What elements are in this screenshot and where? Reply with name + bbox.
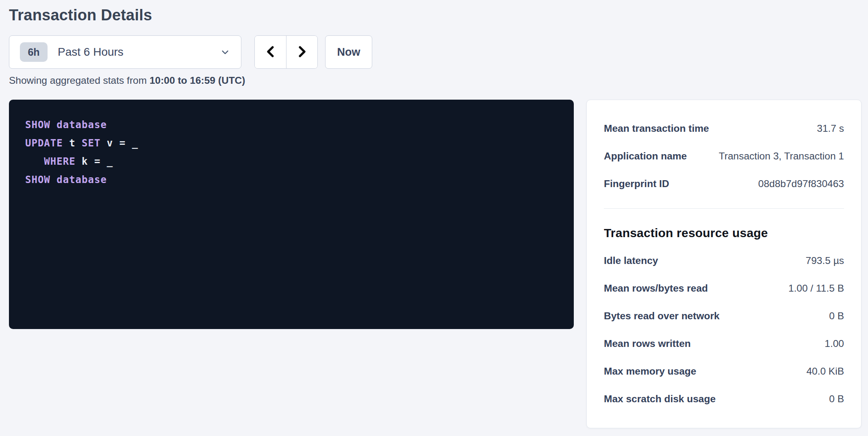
stat-label: Fingerprint ID (604, 178, 676, 190)
sql-line: UPDATE t SET v = _ (25, 134, 558, 153)
stat-row: Mean rows written1.00 (604, 330, 844, 358)
stat-row: Application nameTransaction 3, Transacti… (604, 142, 844, 170)
transaction-details-card: Mean transaction time31.7 sApplication n… (586, 100, 861, 428)
stat-row: Idle latency793.5 µs (604, 247, 844, 275)
resource-usage-section: Idle latency793.5 µsMean rows/bytes read… (604, 247, 844, 413)
sql-token-keyword: WHERE (44, 156, 75, 167)
time-range-badge: 6h (20, 42, 48, 62)
resource-usage-heading: Transaction resource usage (604, 219, 844, 247)
stat-label: Mean rows written (604, 338, 697, 349)
sql-token-keyword: UPDATE (25, 137, 63, 149)
sql-statement-box: SHOW databaseUPDATE t SET v = _ WHERE k … (9, 100, 574, 329)
stat-label: Bytes read over network (604, 310, 726, 322)
stat-row: Max memory usage40.0 KiB (604, 358, 844, 385)
page-title: Transaction Details (9, 5, 152, 25)
chevron-left-icon (265, 45, 277, 60)
stat-label: Idle latency (604, 255, 664, 266)
stat-value: 1.00 / 11.5 B (788, 283, 844, 294)
sql-token-plain (25, 156, 44, 167)
stat-row: Max scratch disk usage0 B (604, 385, 844, 413)
sql-token-keyword: SET (82, 137, 100, 149)
sql-statement: SHOW databaseUPDATE t SET v = _ WHERE k … (25, 116, 558, 189)
stat-label: Mean rows/bytes read (604, 283, 714, 294)
sql-line: SHOW database (25, 171, 558, 189)
time-range-label: Past 6 Hours (58, 46, 124, 59)
stat-value: 0 B (829, 310, 844, 322)
stat-row: Mean transaction time31.7 s (604, 115, 844, 142)
chevron-right-icon (296, 45, 308, 60)
stat-value: 793.5 µs (806, 255, 844, 266)
time-range-dropdown[interactable]: 6h Past 6 Hours (9, 35, 241, 69)
stat-value: 0 B (829, 393, 844, 405)
aggregated-stats-caption: Showing aggregated stats from 10:00 to 1… (9, 74, 245, 87)
summary-stats-section: Mean transaction time31.7 sApplication n… (604, 115, 844, 198)
stat-label: Max memory usage (604, 366, 703, 377)
now-button[interactable]: Now (325, 35, 372, 69)
chevron-down-icon (220, 47, 230, 57)
stat-value: Transaction 3, Transaction 1 (719, 150, 844, 162)
stat-label: Mean transaction time (604, 123, 716, 134)
stat-value: 08d8b7d97f830463 (758, 178, 844, 190)
sql-line: SHOW database (25, 116, 558, 134)
time-toolbar: 6h Past 6 Hours (9, 35, 372, 69)
stat-row: Fingerprint ID08d8b7d97f830463 (604, 170, 844, 198)
stat-value: 40.0 KiB (806, 366, 844, 377)
stat-value: 31.7 s (817, 123, 844, 134)
stat-label: Max scratch disk usage (604, 393, 722, 405)
transaction-details-page: Transaction Details 6h Past 6 Hours (0, 0, 868, 436)
sql-line: WHERE k = _ (25, 153, 558, 171)
prev-range-button[interactable] (255, 36, 286, 68)
sql-token-keyword: SHOW database (25, 174, 107, 185)
section-divider (604, 208, 844, 209)
sql-token-plain: t (63, 137, 82, 149)
sql-token-plain: v = _ (100, 137, 138, 149)
time-nav-button-group (254, 35, 318, 69)
sql-token-plain: k = _ (76, 156, 113, 167)
caption-time-range: 10:00 to 16:59 (UTC) (150, 75, 245, 86)
stat-row: Mean rows/bytes read1.00 / 11.5 B (604, 275, 844, 302)
stat-value: 1.00 (825, 338, 844, 349)
caption-prefix: Showing aggregated stats from (9, 75, 150, 86)
stat-label: Application name (604, 150, 693, 162)
sql-token-keyword: SHOW database (25, 119, 107, 131)
stat-row: Bytes read over network0 B (604, 302, 844, 330)
next-range-button[interactable] (286, 36, 317, 68)
